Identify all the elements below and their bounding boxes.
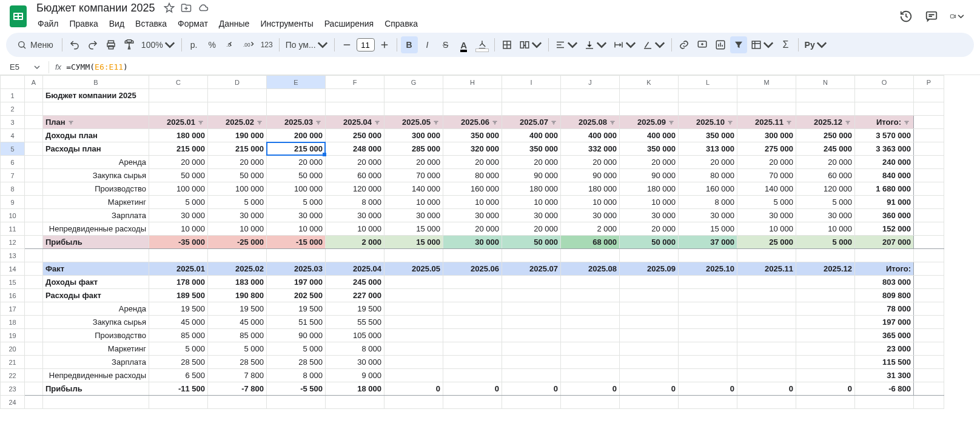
cell[interactable]: Итого:	[855, 262, 914, 276]
cell[interactable]: 20 000	[443, 156, 502, 169]
cell[interactable]	[384, 89, 443, 102]
cell[interactable]	[679, 342, 737, 356]
cell[interactable]	[443, 356, 502, 369]
cell[interactable]: 31 300	[855, 369, 914, 382]
cell[interactable]: 197 000	[267, 276, 326, 289]
functions-button[interactable]: Σ	[777, 36, 794, 53]
cell[interactable]	[25, 196, 43, 209]
cell[interactable]: 20 000	[443, 222, 502, 236]
cell[interactable]: 240 000	[855, 156, 914, 169]
cell[interactable]	[914, 156, 944, 169]
cell[interactable]	[796, 356, 855, 369]
row-header-18[interactable]: 18	[1, 316, 25, 329]
column-header-B[interactable]: B	[43, 76, 149, 89]
cell[interactable]	[149, 89, 208, 102]
cell[interactable]: 15 000	[384, 222, 443, 236]
cell[interactable]	[796, 289, 855, 302]
cell[interactable]	[679, 369, 737, 382]
cell[interactable]: 20 000	[208, 156, 267, 169]
document-title[interactable]: Бюджет компании 2025	[33, 2, 158, 15]
row-header-12[interactable]: 12	[1, 236, 25, 249]
cell[interactable]	[502, 396, 561, 409]
cell[interactable]: 78 000	[855, 302, 914, 316]
cell[interactable]: 2025.01	[149, 116, 208, 129]
cell[interactable]: 10 000	[149, 222, 208, 236]
font-size-input[interactable]	[357, 38, 375, 52]
cell[interactable]: -15 000	[267, 236, 326, 249]
insert-chart-button[interactable]	[712, 36, 729, 53]
star-icon[interactable]	[163, 2, 175, 14]
cell[interactable]: 2025.03	[267, 116, 326, 129]
cell[interactable]: 2025.10	[679, 262, 737, 276]
filter-icon[interactable]	[726, 118, 734, 127]
cell[interactable]	[561, 356, 620, 369]
cell[interactable]: 2025.12	[796, 116, 855, 129]
cell[interactable]	[796, 342, 855, 356]
cell[interactable]: 90 000	[620, 169, 679, 182]
cell[interactable]: 10 000	[620, 196, 679, 209]
name-box[interactable]: E5	[5, 61, 42, 74]
cell[interactable]: 91 000	[855, 196, 914, 209]
row-header-24[interactable]: 24	[1, 396, 25, 409]
spreadsheet-grid[interactable]: ABCDEFGHIJKLMNOP 1Бюджет компании 202523…	[0, 75, 980, 409]
cell[interactable]: 30 000	[326, 209, 384, 222]
cell[interactable]: 20 000	[502, 222, 561, 236]
filter-icon[interactable]	[67, 118, 75, 127]
row-header-21[interactable]: 21	[1, 356, 25, 369]
cell[interactable]: 85 000	[149, 329, 208, 342]
cell[interactable]	[561, 289, 620, 302]
cell[interactable]: 3 570 000	[855, 129, 914, 142]
cell[interactable]: 30 000	[502, 209, 561, 222]
cell[interactable]: 313 000	[679, 142, 737, 156]
cell[interactable]: 197 000	[855, 316, 914, 329]
cell[interactable]: Производство	[43, 329, 149, 342]
column-header-P[interactable]: P	[914, 76, 944, 89]
cell[interactable]	[914, 342, 944, 356]
cell[interactable]	[25, 169, 43, 182]
cell[interactable]: 20 000	[737, 156, 796, 169]
cell[interactable]	[737, 396, 796, 409]
row-header-5[interactable]: 5	[1, 142, 25, 156]
cell[interactable]: Зарплата	[43, 209, 149, 222]
cell[interactable]: 60 000	[326, 169, 384, 182]
cell[interactable]: 2025.08	[561, 262, 620, 276]
cell[interactable]: 19 500	[267, 302, 326, 316]
cell[interactable]	[267, 396, 326, 409]
menu-format[interactable]: Формат	[173, 16, 213, 31]
text-color-button[interactable]: A	[455, 36, 472, 53]
cell[interactable]: 5 000	[149, 342, 208, 356]
cell[interactable]: 2025.05	[384, 116, 443, 129]
cell[interactable]: 2025.10	[679, 116, 737, 129]
cell[interactable]: 30 000	[679, 209, 737, 222]
cell[interactable]: 2025.02	[208, 116, 267, 129]
cell[interactable]: 30 000	[561, 209, 620, 222]
cell[interactable]: 19 500	[208, 302, 267, 316]
cell[interactable]	[620, 276, 679, 289]
cell[interactable]	[443, 369, 502, 382]
filter-icon[interactable]	[902, 118, 911, 127]
cell[interactable]: 180 000	[620, 182, 679, 196]
cell[interactable]: 20 000	[620, 222, 679, 236]
cell[interactable]: 183 000	[208, 276, 267, 289]
cell[interactable]	[737, 289, 796, 302]
column-header-A[interactable]: A	[25, 76, 43, 89]
row-header-8[interactable]: 8	[1, 182, 25, 196]
menu-edit[interactable]: Правка	[64, 16, 102, 31]
cell[interactable]: 5 000	[149, 196, 208, 209]
cell[interactable]: 2025.05	[384, 262, 443, 276]
cell[interactable]: 215 000	[208, 142, 267, 156]
cell[interactable]: 2025.07	[502, 262, 561, 276]
cell[interactable]	[384, 329, 443, 342]
cell[interactable]: 0	[502, 382, 561, 396]
cell[interactable]: 10 000	[443, 196, 502, 209]
cell[interactable]: Расходы план	[43, 142, 149, 156]
cell[interactable]	[25, 369, 43, 382]
column-header-N[interactable]: N	[796, 76, 855, 89]
cloud-status-icon[interactable]	[197, 2, 209, 14]
cell[interactable]: 8 000	[326, 342, 384, 356]
cell[interactable]	[149, 102, 208, 116]
cell[interactable]	[561, 102, 620, 116]
cell[interactable]: 350 000	[679, 129, 737, 142]
cell[interactable]: 30 000	[267, 209, 326, 222]
cell[interactable]: -5 500	[267, 382, 326, 396]
